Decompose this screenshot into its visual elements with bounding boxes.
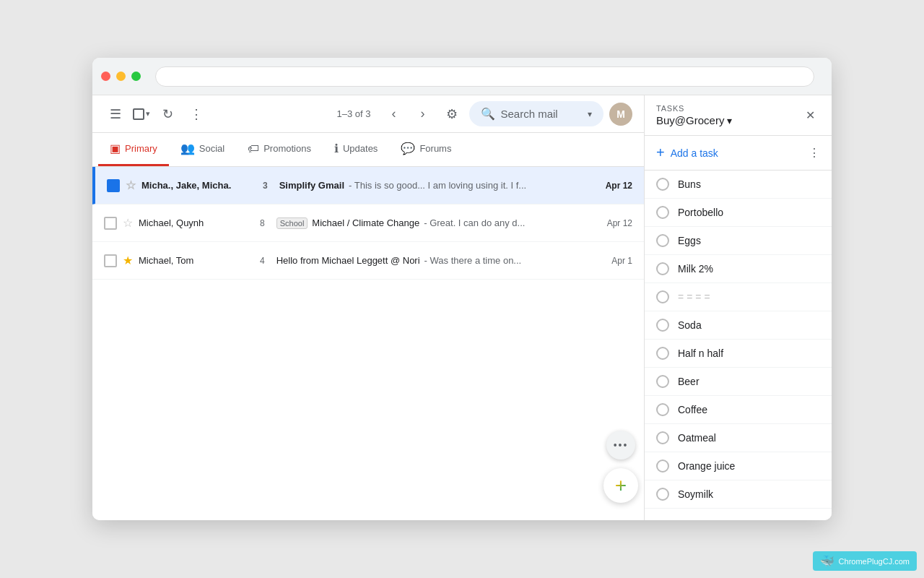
tab-forums-label: Forums xyxy=(419,143,451,154)
task-checkbox[interactable] xyxy=(656,431,669,444)
list-item[interactable]: Portobello xyxy=(645,199,832,227)
list-item[interactable]: Buns xyxy=(645,171,832,199)
refresh-icon[interactable]: ↻ xyxy=(156,103,179,126)
select-all-dropdown[interactable]: ▾ xyxy=(133,108,150,120)
list-item[interactable]: Half n half xyxy=(645,340,832,368)
list-item[interactable]: ==== xyxy=(645,283,832,311)
email-sender: Micha., Jake, Micha. xyxy=(141,180,257,191)
minimize-button[interactable] xyxy=(116,72,126,81)
email-subject: Simplify Gmail xyxy=(279,180,344,191)
checkbox-dropdown-icon[interactable]: ▾ xyxy=(146,109,150,118)
menu-icon[interactable]: ☰ xyxy=(104,103,127,126)
fab-more-button[interactable]: ••• xyxy=(606,431,635,460)
tab-forums[interactable]: 💬 Forums xyxy=(389,133,463,166)
task-name: Beer xyxy=(678,376,699,387)
settings-icon[interactable]: ⚙ xyxy=(440,103,463,126)
fullscreen-button[interactable] xyxy=(131,72,141,81)
social-tab-icon: 👥 xyxy=(180,142,195,155)
fab-area: ••• + xyxy=(603,431,638,503)
list-item[interactable]: Soda xyxy=(645,311,832,340)
email-date: Apr 12 xyxy=(596,218,632,228)
task-checkbox[interactable] xyxy=(656,347,669,360)
email-checkbox[interactable] xyxy=(104,217,117,230)
task-checkbox[interactable] xyxy=(656,375,669,388)
search-dropdown-icon[interactable]: ▾ xyxy=(588,109,592,119)
task-checkbox[interactable] xyxy=(656,488,669,501)
list-item[interactable]: Eggs xyxy=(645,227,832,255)
list-item[interactable]: Oatmeal xyxy=(645,424,832,452)
tab-social[interactable]: 👥 Social xyxy=(169,133,236,166)
search-icon: 🔍 xyxy=(481,107,495,121)
email-content: Simplify Gmail - This is so good... I am… xyxy=(279,180,590,191)
email-checkbox[interactable] xyxy=(104,254,117,267)
task-name: Half n half xyxy=(678,348,723,359)
tasks-close-button[interactable]: ✕ xyxy=(800,105,820,126)
star-icon[interactable]: ☆ xyxy=(126,178,136,192)
task-checkbox[interactable] xyxy=(656,234,669,247)
tasks-list-name[interactable]: Buy@Grocery ▾ xyxy=(656,114,732,126)
list-item[interactable]: Milk 2% xyxy=(645,255,832,283)
task-name: Portobello xyxy=(678,207,723,218)
tab-promotions[interactable]: 🏷 Promotions xyxy=(236,134,323,166)
email-checkbox[interactable] xyxy=(107,179,120,192)
list-item[interactable]: Orange juice xyxy=(645,452,832,480)
tab-primary[interactable]: ▣ Primary xyxy=(98,133,169,166)
updates-tab-icon: ℹ xyxy=(334,142,339,155)
tab-updates-label: Updates xyxy=(343,143,378,154)
list-item[interactable]: Coffee xyxy=(645,396,832,424)
tasks-title-area: TASKS Buy@Grocery ▾ xyxy=(656,104,732,126)
next-page-icon[interactable]: › xyxy=(411,103,435,126)
star-icon[interactable]: ☆ xyxy=(123,216,133,230)
task-name: Milk 2% xyxy=(678,263,713,275)
add-task-more-icon[interactable]: ⋮ xyxy=(808,146,820,160)
tab-updates[interactable]: ℹ Updates xyxy=(323,133,389,166)
add-task-label: Add a task xyxy=(671,147,718,159)
add-task-button[interactable]: + Add a task ⋮ xyxy=(645,136,832,171)
fab-compose-button[interactable]: + xyxy=(603,468,638,503)
task-checkbox[interactable] xyxy=(656,403,669,416)
search-input[interactable]: Search mail xyxy=(501,108,583,120)
task-checkbox[interactable] xyxy=(656,319,669,332)
tasks-dropdown-icon[interactable]: ▾ xyxy=(727,115,732,126)
watermark-text: ChromePlugCJ.com xyxy=(839,557,910,566)
list-item[interactable]: Beer xyxy=(645,368,832,396)
gmail-toolbar: ☰ ▾ ↻ ⋮ 1–3 of 3 ‹ › ⚙ 🔍 Search mail ▾ M xyxy=(92,95,644,133)
more-options-icon[interactable]: ⋮ xyxy=(185,103,208,126)
task-checkbox[interactable] xyxy=(656,460,669,473)
list-item[interactable]: Soymilk xyxy=(645,480,832,509)
email-preview: - Great. I can do any d... xyxy=(424,217,525,228)
title-bar xyxy=(92,58,832,95)
email-content: Hello from Michael Leggett @ Nori - Was … xyxy=(276,255,590,266)
url-bar[interactable] xyxy=(155,66,814,87)
select-all-checkbox[interactable] xyxy=(133,108,144,120)
task-name: Buns xyxy=(678,178,701,190)
search-bar[interactable]: 🔍 Search mail ▾ xyxy=(469,101,604,126)
email-date: Apr 1 xyxy=(596,256,632,266)
watermark: 🐳 ChromePlugCJ.com xyxy=(813,551,917,571)
table-row[interactable]: ☆ Michael, Quynh 8 School Michael / Clim… xyxy=(92,204,644,242)
table-row[interactable]: ☆ Micha., Jake, Micha. 3 Simplify Gmail … xyxy=(92,167,644,204)
avatar[interactable]: M xyxy=(609,103,632,126)
task-checkbox[interactable] xyxy=(656,206,669,219)
task-checkbox[interactable] xyxy=(656,262,669,275)
email-label-badge: School xyxy=(276,217,308,229)
task-checkbox[interactable] xyxy=(656,178,669,191)
task-checkbox[interactable] xyxy=(656,290,669,303)
prev-page-icon[interactable]: ‹ xyxy=(383,103,406,126)
tab-promotions-label: Promotions xyxy=(263,143,311,154)
close-button[interactable] xyxy=(101,72,110,81)
email-sender: Michael, Quynh xyxy=(139,217,254,228)
gmail-tabs: ▣ Primary 👥 Social 🏷 Promotions ℹ Update… xyxy=(92,133,644,167)
task-name: Oatmeal xyxy=(678,432,716,444)
star-icon[interactable]: ★ xyxy=(123,254,133,267)
task-name: Soymilk xyxy=(678,488,713,500)
task-name: Eggs xyxy=(678,235,701,246)
email-preview: - This is so good... I am loving using i… xyxy=(349,180,526,191)
traffic-lights xyxy=(101,72,141,81)
table-row[interactable]: ★ Michael, Tom 4 Hello from Michael Legg… xyxy=(92,242,644,280)
add-task-icon: + xyxy=(656,144,665,161)
forums-tab-icon: 💬 xyxy=(401,142,415,155)
email-content: School Michael / Climate Change - Great.… xyxy=(276,217,590,229)
task-list: Buns Portobello Eggs Milk 2% ==== Soda H… xyxy=(645,171,832,520)
sender-count: 4 xyxy=(260,256,265,266)
